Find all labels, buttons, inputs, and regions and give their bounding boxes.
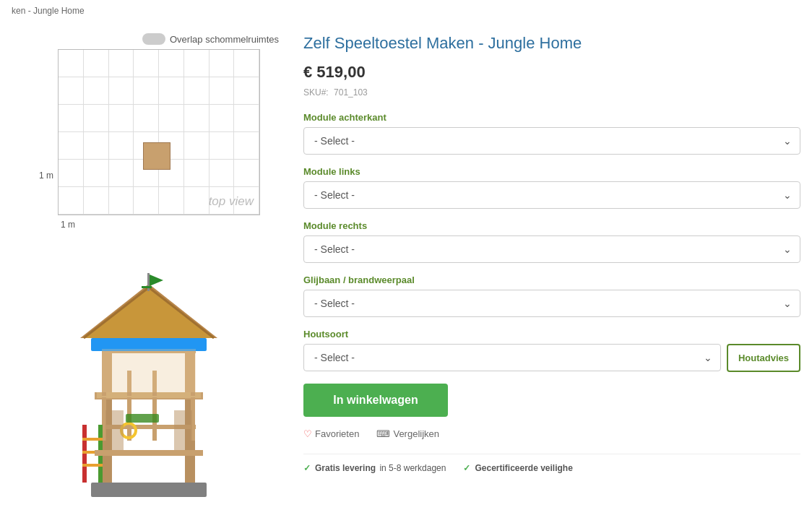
select-row-houtsoort: - Select - ⌄ Houtadvies	[303, 344, 800, 372]
option-group-rechts: Module rechts - Select - ⌄	[303, 220, 800, 263]
overlap-label: Overlap schommelruimtes	[142, 33, 279, 45]
product-price: € 519,00	[303, 63, 800, 82]
grid-item	[234, 132, 259, 160]
breadcrumb: ken - Jungle Home	[0, 0, 812, 22]
svg-rect-20	[142, 286, 152, 288]
grid-item	[84, 50, 109, 77]
overlap-toggle[interactable]	[142, 33, 165, 45]
grid-item	[184, 105, 210, 132]
select-wrapper-houtsoort: - Select - ⌄	[303, 344, 721, 371]
svg-rect-6	[97, 392, 201, 398]
grid-item	[84, 187, 109, 215]
product-image-svg	[62, 237, 236, 504]
select-module-links[interactable]: - Select -	[303, 181, 800, 209]
option-group-glijbaan: Glijbaan / brandweerpaal - Select - ⌄	[303, 275, 800, 317]
favorieten-link[interactable]: ♡ Favorieten	[303, 428, 359, 439]
select-glijbaan[interactable]: - Select -	[303, 290, 800, 317]
select-wrapper-rechts: - Select - ⌄	[303, 235, 800, 263]
option-label-rechts: Module rechts	[303, 220, 800, 231]
option-group-achterkant: Module achterkant - Select - ⌄	[303, 112, 800, 155]
svg-marker-19	[150, 275, 163, 286]
check-icon: ✓	[303, 463, 311, 473]
add-to-cart-button[interactable]: In winkelwagen	[303, 384, 448, 417]
left-panel: Overlap schommelruimtes 1 m	[12, 33, 286, 504]
grid-item	[184, 50, 210, 77]
grid-item	[134, 105, 159, 132]
overlap-label-text: Overlap schommelruimtes	[170, 34, 279, 45]
top-view-grid: top view	[58, 49, 260, 215]
grid-item	[109, 187, 134, 215]
grid-item	[234, 77, 259, 105]
vergelijken-link[interactable]: ⌨ Vergelijken	[376, 428, 439, 439]
top-view-label: top view	[209, 194, 254, 209]
grid-item	[159, 105, 184, 132]
footer-badges: ✓ Gratis levering in 5-8 werkdagen ✓ Gec…	[303, 454, 800, 473]
wood-block	[143, 142, 170, 170]
grid-item	[59, 160, 84, 187]
grid-item	[159, 77, 184, 105]
product-image	[33, 230, 264, 504]
badge-gecertificeerd-text: Gecertificeerde veilighe	[475, 463, 572, 473]
svg-marker-13	[84, 288, 214, 338]
grid-item	[210, 160, 235, 187]
option-label-houtsoort: Houtsoort	[303, 329, 800, 340]
badge-gecertificeerd: ✓ Gecertificeerde veilighe	[463, 463, 572, 473]
svg-rect-17	[102, 349, 196, 392]
favorieten-label: Favorieten	[315, 428, 359, 439]
grid-container	[59, 50, 259, 215]
grid-item	[210, 50, 235, 77]
grid-item	[59, 77, 84, 105]
svg-rect-35	[174, 410, 192, 450]
action-links: ♡ Favorieten ⌨ Vergelijken	[303, 428, 800, 439]
right-panel: Zelf Speeltoestel Maken - Jungle Home € …	[303, 33, 800, 504]
heart-icon: ♡	[303, 428, 312, 439]
grid-item	[134, 187, 159, 215]
grid-item	[109, 105, 134, 132]
product-sku: SKU#: 701_103	[303, 87, 800, 98]
select-module-rechts[interactable]: - Select -	[303, 235, 800, 263]
option-label-glijbaan: Glijbaan / brandweerpaal	[303, 275, 800, 285]
grid-item	[84, 160, 109, 187]
option-label-achterkant: Module achterkant	[303, 112, 800, 123]
grid-item	[109, 77, 134, 105]
dim-label-side: 1 m	[39, 170, 53, 181]
select-wrapper-links: - Select - ⌄	[303, 181, 800, 209]
grid-item	[59, 187, 84, 215]
svg-rect-0	[91, 483, 207, 497]
grid-item	[210, 132, 235, 160]
select-module-achterkant[interactable]: - Select -	[303, 127, 800, 155]
grid-item	[109, 160, 134, 187]
houtadvies-button[interactable]: Houtadvies	[727, 344, 800, 372]
grid-item	[109, 50, 134, 77]
dim-label-bottom: 1 m	[61, 220, 75, 230]
grid-item	[234, 160, 259, 187]
badge-gratis-levering-text: Gratis levering in 5-8 werkdagen	[315, 463, 446, 473]
svg-rect-31	[82, 464, 103, 467]
grid-item	[184, 160, 210, 187]
grid-item	[184, 187, 210, 215]
grid-item	[159, 187, 184, 215]
select-wrapper-achterkant: - Select - ⌄	[303, 127, 800, 155]
svg-rect-32	[126, 414, 159, 423]
grid-item	[134, 50, 159, 77]
grid-item	[84, 132, 109, 160]
option-group-houtsoort: Houtsoort - Select - ⌄ Houtadvies	[303, 329, 800, 372]
grid-item	[234, 105, 259, 132]
grid-item	[59, 132, 84, 160]
svg-rect-33	[95, 450, 203, 456]
grid-item	[84, 77, 109, 105]
badge-gratis-levering: ✓ Gratis levering in 5-8 werkdagen	[303, 463, 446, 473]
sku-label: SKU#:	[303, 87, 329, 98]
select-houtsoort[interactable]: - Select -	[303, 344, 721, 371]
grid-item	[210, 77, 235, 105]
top-view-area: Overlap schommelruimtes 1 m	[12, 33, 286, 215]
check-icon-cert: ✓	[463, 463, 470, 473]
grid-item	[134, 77, 159, 105]
product-title: Zelf Speeltoestel Maken - Jungle Home	[303, 33, 800, 54]
compare-icon: ⌨	[376, 428, 390, 439]
select-wrapper-glijbaan: - Select - ⌄	[303, 290, 800, 317]
sku-value: 701_103	[334, 87, 368, 98]
grid-item	[184, 132, 210, 160]
svg-rect-18	[147, 273, 150, 291]
vergelijken-label: Vergelijken	[393, 428, 439, 439]
